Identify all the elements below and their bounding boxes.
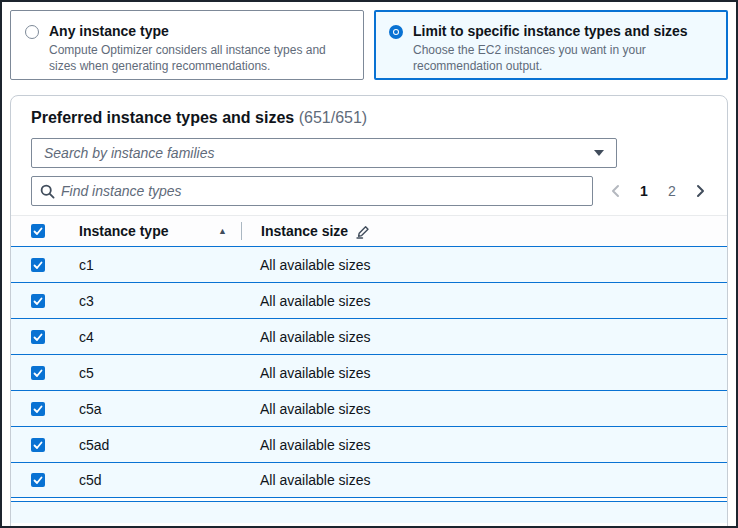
table-row[interactable]: c1 All available sizes (11, 246, 727, 282)
table-toolbar: 1 2 (31, 176, 711, 206)
app-window: Any instance type Compute Optimizer cons… (0, 0, 738, 528)
option-text: Any instance type Compute Optimizer cons… (49, 22, 349, 68)
option-description: Choose the EC2 instances you want in you… (413, 42, 713, 74)
instance-type-cell: c5ad (79, 437, 109, 453)
radio-unselected-icon[interactable] (25, 25, 39, 39)
pagination: 1 2 (605, 179, 711, 203)
table-row[interactable]: c5 All available sizes (11, 354, 727, 390)
page-2-button[interactable]: 2 (661, 179, 683, 203)
instance-size-cell: All available sizes (260, 472, 371, 488)
instance-type-cell: c1 (79, 257, 94, 273)
table-row[interactable]: c5ad All available sizes (11, 426, 727, 462)
row-checkbox[interactable] (31, 402, 45, 416)
column-header-instance-type[interactable]: Instance type (79, 223, 168, 239)
option-text: Limit to specific instance types and siz… (413, 22, 713, 68)
option-description: Compute Optimizer considers all instance… (49, 42, 349, 74)
instance-family-select[interactable]: Search by instance families (31, 138, 617, 168)
panel-header: Preferred instance types and sizes (651/… (11, 96, 727, 136)
instance-size-cell: All available sizes (260, 365, 371, 381)
chevron-down-icon (594, 150, 604, 156)
table-body: c1 All available sizes c3 All available … (11, 246, 727, 498)
option-title: Limit to specific instance types and siz… (413, 22, 713, 40)
find-instance-types-search[interactable] (31, 176, 593, 206)
preferred-instance-panel: Preferred instance types and sizes (651/… (10, 95, 728, 528)
table-header-row: Instance type ▲ Instance size (11, 216, 727, 246)
instance-size-cell: All available sizes (260, 293, 371, 309)
page-1-button[interactable]: 1 (633, 179, 655, 203)
instance-type-option-group: Any instance type Compute Optimizer cons… (10, 10, 728, 80)
sort-ascending-icon[interactable]: ▲ (218, 226, 227, 236)
next-page-button[interactable] (689, 179, 711, 203)
instance-type-cell: c5d (79, 472, 102, 488)
instance-type-cell: c3 (79, 293, 94, 309)
instance-size-cell: All available sizes (260, 437, 371, 453)
table-row[interactable]: c4 All available sizes (11, 318, 727, 354)
row-checkbox[interactable] (31, 330, 45, 344)
instance-type-cell: c5 (79, 365, 94, 381)
row-checkbox[interactable] (31, 366, 45, 380)
panel-title: Preferred instance types and sizes (31, 109, 294, 126)
table-row-partial[interactable] (11, 501, 727, 523)
previous-page-button[interactable] (605, 179, 627, 203)
row-checkbox[interactable] (31, 438, 45, 452)
instance-types-table: Instance type ▲ Instance size c1 All ava… (11, 215, 727, 523)
option-limit-specific-types[interactable]: Limit to specific instance types and siz… (374, 10, 728, 80)
edit-pencil-icon[interactable] (356, 224, 371, 239)
instance-type-cell: c4 (79, 329, 94, 345)
table-row[interactable]: c3 All available sizes (11, 282, 727, 318)
select-all-checkbox[interactable] (31, 224, 45, 238)
search-input[interactable] (61, 183, 584, 199)
row-checkbox[interactable] (31, 473, 45, 487)
instance-size-cell: All available sizes (260, 329, 371, 345)
select-placeholder: Search by instance families (44, 145, 594, 161)
column-header-instance-size: Instance size (261, 223, 348, 239)
row-checkbox[interactable] (31, 294, 45, 308)
instance-size-cell: All available sizes (260, 401, 371, 417)
radio-selected-icon[interactable] (389, 25, 403, 39)
search-icon (40, 184, 55, 199)
table-row[interactable]: c5a All available sizes (11, 390, 727, 426)
selection-count: (651/651) (299, 109, 368, 126)
table-row[interactable]: c5d All available sizes (11, 462, 727, 498)
row-checkbox[interactable] (31, 258, 45, 272)
option-title: Any instance type (49, 22, 349, 40)
instance-type-cell: c5a (79, 401, 102, 417)
instance-size-cell: All available sizes (260, 257, 371, 273)
option-any-instance-type[interactable]: Any instance type Compute Optimizer cons… (10, 10, 364, 80)
